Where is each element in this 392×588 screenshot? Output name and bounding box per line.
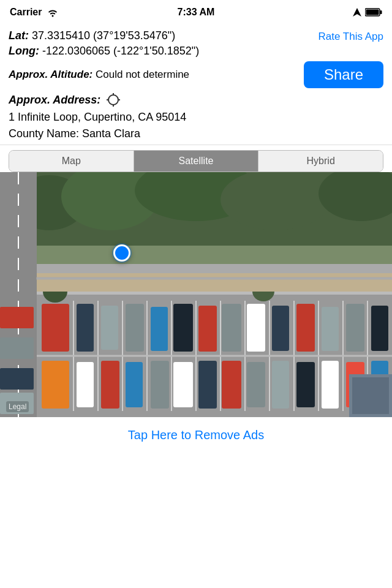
altitude-value: Could not determine (96, 69, 189, 80)
svg-marker-0 (353, 8, 361, 17)
rate-app-link[interactable]: Rate This App (318, 31, 383, 43)
county-text: County Name: Santa Clara (9, 126, 383, 142)
svg-rect-67 (352, 377, 389, 414)
svg-rect-42 (198, 306, 217, 352)
svg-rect-36 (42, 304, 69, 352)
svg-rect-55 (173, 362, 193, 407)
svg-rect-58 (247, 362, 265, 407)
long-line: Long: -122.0306065 (-122°1'50.1852") (9, 43, 318, 59)
map-container: Legal (0, 172, 392, 417)
remove-ads-button[interactable]: Tap Here to Remove Ads (0, 417, 392, 453)
svg-rect-49 (371, 306, 388, 351)
svg-rect-50 (42, 361, 69, 409)
svg-rect-68 (37, 273, 392, 292)
status-bar: Carrier 7:33 AM (0, 0, 392, 24)
svg-rect-60 (296, 362, 315, 407)
status-time: 7:33 AM (178, 7, 215, 18)
svg-point-4 (108, 95, 118, 105)
svg-rect-43 (222, 304, 241, 352)
address-label: Approx. Address: (9, 94, 100, 107)
svg-rect-53 (126, 362, 143, 407)
top-row: Lat: 37.3315410 (37°19'53.5476") Long: -… (9, 28, 383, 59)
address-row: Approx. Address: (9, 92, 383, 108)
svg-rect-69 (37, 277, 392, 279)
svg-rect-48 (346, 304, 364, 352)
satellite-map (0, 172, 392, 417)
svg-rect-70 (0, 307, 34, 328)
status-right (353, 8, 382, 17)
svg-rect-41 (173, 304, 193, 352)
svg-rect-72 (0, 368, 34, 390)
svg-rect-46 (296, 304, 315, 352)
svg-rect-2 (380, 10, 382, 14)
altitude-line: Approx. Altitude: Could not determine (9, 67, 189, 82)
address-text: 1 Infinite Loop, Cupertino, CA 95014 (9, 109, 383, 126)
map-type-selector: Map Satellite Hybrid (9, 150, 383, 172)
carrier-label: Carrier (10, 7, 42, 18)
status-left: Carrier (10, 7, 59, 18)
crosshair-icon (105, 92, 121, 108)
svg-rect-51 (77, 362, 94, 407)
map-type-satellite[interactable]: Satellite (134, 151, 259, 172)
map-type-map[interactable]: Map (9, 151, 134, 172)
svg-rect-37 (77, 304, 94, 352)
battery-icon (365, 8, 382, 17)
lat-label: Lat: (9, 29, 29, 42)
info-section: Lat: 37.3315410 (37°19'53.5476") Long: -… (0, 24, 392, 145)
svg-rect-38 (101, 306, 118, 350)
svg-rect-44 (247, 304, 265, 352)
long-value: -122.0306065 (-122°1'50.1852") (42, 45, 199, 57)
svg-rect-59 (272, 361, 289, 409)
svg-rect-56 (198, 361, 217, 409)
coords-block: Lat: 37.3315410 (37°19'53.5476") Long: -… (9, 28, 318, 59)
svg-rect-39 (126, 304, 144, 352)
navigation-icon (353, 8, 361, 17)
lat-line: Lat: 37.3315410 (37°19'53.5476") (9, 28, 318, 43)
map-type-hybrid[interactable]: Hybrid (258, 151, 383, 172)
share-altitude-row: Approx. Altitude: Could not determine Sh… (9, 61, 383, 88)
svg-rect-3 (366, 10, 379, 15)
svg-rect-40 (151, 307, 168, 351)
wifi-icon (47, 7, 59, 17)
svg-rect-71 (0, 337, 34, 359)
share-button[interactable]: Share (304, 61, 383, 88)
legal-label: Legal (6, 401, 29, 412)
altitude-label: Approx. Altitude: (9, 69, 92, 80)
svg-rect-47 (322, 307, 339, 351)
long-label: Long: (9, 45, 39, 57)
svg-rect-61 (322, 361, 339, 409)
svg-rect-57 (222, 361, 241, 409)
lat-value: 37.3315410 (37°19'53.5476") (32, 29, 175, 42)
svg-rect-45 (272, 306, 289, 351)
svg-rect-52 (101, 361, 119, 409)
svg-rect-54 (151, 361, 169, 409)
